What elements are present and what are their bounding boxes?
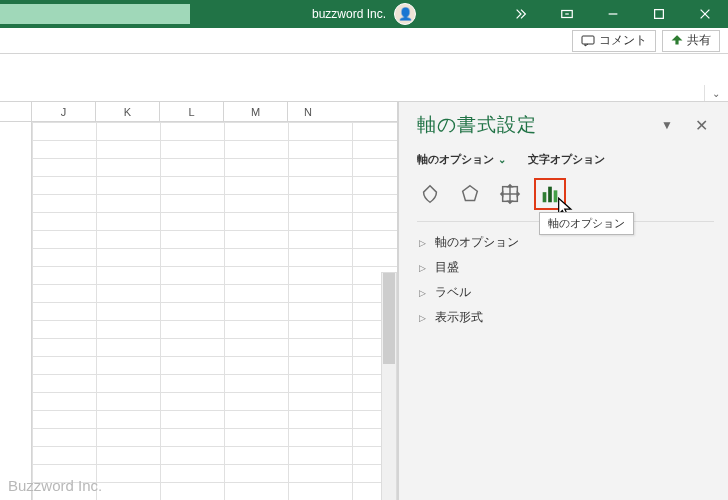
close-button[interactable] bbox=[682, 0, 728, 28]
main-area: J K L M N Buzzword Inc. 軸の書式設定 ▼ ✕ 軸のオプシ… bbox=[0, 102, 728, 500]
ribbon-row: コメント 共有 bbox=[0, 28, 728, 54]
title-bar: buzzword Inc. 👤 bbox=[0, 0, 728, 28]
spreadsheet-grid: J K L M N Buzzword Inc. bbox=[0, 102, 398, 500]
pane-subtabs: 軸のオプション ⌄ 文字オプション bbox=[417, 152, 714, 167]
gridlines bbox=[32, 122, 397, 500]
formula-bar: ⌄ bbox=[0, 54, 728, 102]
tooltip-text: 軸のオプション bbox=[548, 217, 625, 229]
title-center: buzzword Inc. 👤 bbox=[312, 3, 416, 25]
column-header[interactable]: L bbox=[160, 102, 224, 121]
pane-sections: ▷ 軸のオプション ▷ 目盛 ▷ ラベル ▷ 表示形式 bbox=[417, 230, 714, 330]
column-header[interactable]: J bbox=[32, 102, 96, 121]
pane-close-icon[interactable]: ✕ bbox=[689, 114, 714, 137]
svg-rect-5 bbox=[582, 36, 594, 44]
section-tick-marks[interactable]: ▷ 目盛 bbox=[417, 255, 714, 280]
expand-icon: ▷ bbox=[419, 288, 429, 298]
axis-options-icon[interactable] bbox=[537, 181, 563, 207]
ribbon-display-options-icon[interactable] bbox=[498, 0, 544, 28]
watermark: Buzzword Inc. bbox=[8, 477, 102, 494]
size-properties-icon[interactable] bbox=[497, 181, 523, 207]
quick-access-area bbox=[0, 4, 190, 24]
ribbon-mode-icon[interactable] bbox=[544, 0, 590, 28]
pane-category-icons bbox=[417, 181, 714, 207]
tab-label: 文字オプション bbox=[528, 152, 605, 167]
document-title: buzzword Inc. bbox=[312, 7, 386, 21]
tab-axis-options[interactable]: 軸のオプション ⌄ bbox=[417, 152, 506, 167]
cells-area[interactable] bbox=[32, 122, 397, 500]
format-axis-pane: 軸の書式設定 ▼ ✕ 軸のオプション ⌄ 文字オプション bbox=[398, 102, 728, 500]
share-label: 共有 bbox=[687, 32, 711, 49]
select-all-corner[interactable] bbox=[0, 102, 32, 121]
formula-bar-expand-icon[interactable]: ⌄ bbox=[704, 85, 726, 101]
minimize-button[interactable] bbox=[590, 0, 636, 28]
comment-button[interactable]: コメント bbox=[572, 30, 656, 52]
pane-title: 軸の書式設定 bbox=[417, 112, 537, 138]
expand-icon: ▷ bbox=[419, 313, 429, 323]
column-headers: J K L M N bbox=[0, 102, 397, 122]
section-labels[interactable]: ▷ ラベル bbox=[417, 280, 714, 305]
user-avatar[interactable]: 👤 bbox=[394, 3, 416, 25]
column-header[interactable]: M bbox=[224, 102, 288, 121]
row-headers bbox=[0, 122, 32, 500]
grid-body[interactable] bbox=[0, 122, 397, 500]
tab-text-options[interactable]: 文字オプション bbox=[528, 152, 605, 167]
vertical-scrollbar[interactable] bbox=[381, 272, 397, 500]
fill-and-line-icon[interactable] bbox=[417, 181, 443, 207]
section-label: 軸のオプション bbox=[435, 234, 519, 251]
comment-label: コメント bbox=[599, 32, 647, 49]
section-number[interactable]: ▷ 表示形式 bbox=[417, 305, 714, 330]
svg-rect-12 bbox=[554, 190, 558, 202]
svg-marker-6 bbox=[463, 186, 478, 201]
svg-rect-10 bbox=[543, 192, 547, 202]
share-button[interactable]: 共有 bbox=[662, 30, 720, 52]
tooltip: 軸のオプション bbox=[539, 212, 634, 235]
svg-rect-11 bbox=[548, 187, 552, 203]
window-controls bbox=[498, 0, 728, 28]
expand-icon: ▷ bbox=[419, 238, 429, 248]
section-label: ラベル bbox=[435, 284, 471, 301]
section-label: 目盛 bbox=[435, 259, 459, 276]
section-label: 表示形式 bbox=[435, 309, 483, 326]
expand-icon: ▷ bbox=[419, 263, 429, 273]
svg-rect-2 bbox=[655, 10, 664, 19]
effects-icon[interactable] bbox=[457, 181, 483, 207]
chevron-down-icon: ⌄ bbox=[498, 154, 506, 165]
scrollbar-thumb[interactable] bbox=[383, 273, 395, 364]
column-header[interactable]: N bbox=[288, 102, 328, 121]
column-header[interactable]: K bbox=[96, 102, 160, 121]
tab-label: 軸のオプション bbox=[417, 152, 494, 167]
pane-options-icon[interactable]: ▼ bbox=[657, 114, 677, 136]
maximize-button[interactable] bbox=[636, 0, 682, 28]
